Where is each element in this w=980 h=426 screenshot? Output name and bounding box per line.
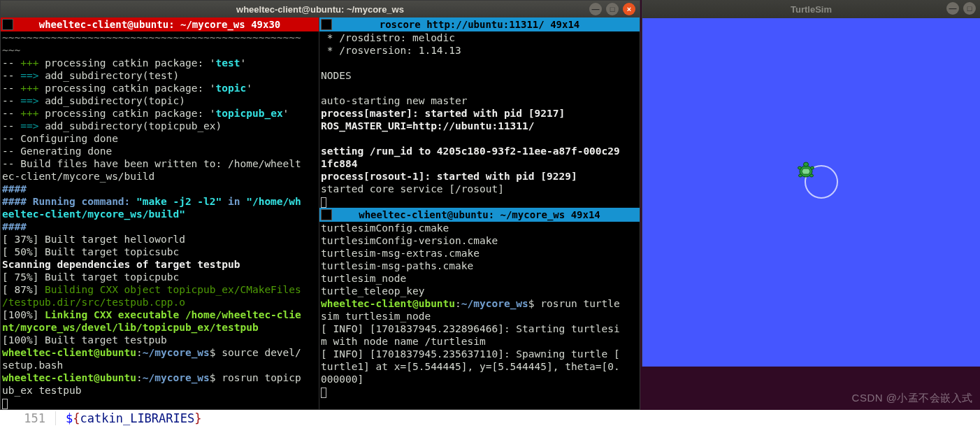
turtlesim-launch-terminal[interactable]: turtlesimConfig.cmake turtlesimConfig-ve… — [319, 222, 640, 409]
top-right-pane-title[interactable]: roscore http://ubuntu:11311/ 49x14 — [319, 17, 640, 31]
close-button[interactable]: × — [623, 3, 635, 15]
main-terminal-window: wheeltec-client@ubuntu: ~/mycore_ws — □ … — [0, 0, 640, 410]
editor-content: ${catkin_LIBRARIES} — [56, 411, 202, 425]
pane-icon — [2, 19, 13, 30]
svg-point-5 — [810, 174, 814, 177]
minimize-button[interactable]: — — [589, 3, 602, 15]
main-window-titlebar[interactable]: wheeltec-client@ubuntu: ~/mycore_ws — □ … — [1, 1, 640, 17]
turtlesim-maximize-button[interactable]: □ — [963, 2, 976, 15]
turtlesim-canvas[interactable] — [642, 18, 980, 367]
editor-strip[interactable]: 151 ${catkin_LIBRARIES} — [0, 410, 980, 426]
pane-icon — [321, 209, 332, 220]
cursor — [321, 388, 326, 398]
bottom-right-pane-title[interactable]: wheeltec-client@ubuntu: ~/mycore_ws 49x1… — [319, 208, 640, 222]
maximize-button[interactable]: □ — [606, 3, 619, 15]
line-number: 151 — [0, 411, 56, 425]
cursor — [2, 399, 8, 409]
left-pane-title[interactable]: wheeltec-client@ubuntu: ~/mycore_ws 49x3… — [1, 17, 319, 31]
cursor — [321, 197, 326, 208]
top-right-pane-title-text: roscore http://ubuntu:11311/ 49x14 — [380, 19, 580, 30]
turtlesim-minimize-button[interactable]: — — [946, 2, 959, 15]
left-pane-title-text: wheeltec-client@ubuntu: ~/mycore_ws 49x3… — [39, 19, 281, 30]
turtlesim-titlebar[interactable]: TurtleSim — □ — [642, 0, 980, 18]
svg-point-1 — [804, 162, 809, 166]
bottom-right-pane-title-text: wheeltec-client@ubuntu: ~/mycore_ws 49x1… — [359, 209, 600, 220]
turtlesim-title: TurtleSim — [791, 4, 832, 15]
svg-point-4 — [799, 174, 802, 177]
svg-point-3 — [811, 166, 814, 169]
roscore-terminal[interactable]: * /rosdistro: melodic * /rosversion: 1.1… — [319, 31, 640, 208]
svg-point-2 — [798, 166, 802, 169]
main-window-title: wheeltec-client@ubuntu: ~/mycore_ws — [236, 4, 404, 15]
turtle-icon — [796, 161, 816, 180]
csdn-watermark: CSDN @小孟不会嵌入式 — [852, 392, 973, 405]
pane-icon — [321, 19, 332, 30]
turtlesim-window: TurtleSim — □ — [642, 0, 980, 367]
left-terminal[interactable]: ~~~~~~~~~~~~~~~~~~~~~~~~~~~~~~~~~~~~~~~~… — [1, 31, 319, 409]
